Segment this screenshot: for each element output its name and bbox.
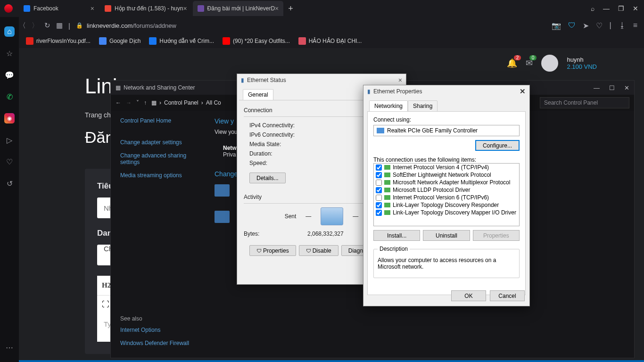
address-bar[interactable]: 🔒 linkneverdie.com/forums/addnew bbox=[76, 22, 546, 29]
list-item[interactable]: Microsoft Network Adapter Multiplexor Pr… bbox=[374, 179, 519, 186]
star-icon[interactable]: ☆ bbox=[4, 48, 15, 58]
maximize-icon[interactable]: ☐ bbox=[609, 84, 615, 91]
ok-button[interactable]: OK bbox=[451, 290, 486, 301]
fullscreen-icon[interactable]: ⛶ bbox=[102, 300, 109, 309]
bookmark-item[interactable]: Google Dịch bbox=[99, 37, 140, 45]
cp-breadcrumb[interactable]: ▦› Control Panel› All Co bbox=[151, 99, 221, 106]
more-icon[interactable]: ⋯ bbox=[4, 342, 15, 353]
configure-button[interactable]: Configure... bbox=[475, 140, 520, 151]
bookmark-item[interactable]: riverFlowsInYou.pdf... bbox=[26, 37, 91, 45]
minimize-icon[interactable]: ― bbox=[594, 84, 600, 91]
translate-icon bbox=[99, 37, 107, 45]
properties-button[interactable]: Properties bbox=[473, 230, 520, 241]
notifications-button[interactable]: 🔔2 bbox=[507, 58, 517, 68]
advanced-sharing-link[interactable]: Change advanced sharing settings bbox=[120, 152, 196, 165]
item-checkbox[interactable] bbox=[376, 180, 382, 186]
close-icon[interactable]: ✕ bbox=[520, 87, 526, 96]
bookmark-item[interactable]: (90) *20 Easy Outfits... bbox=[223, 37, 290, 45]
defender-firewall-link[interactable]: Windows Defender Firewall bbox=[120, 340, 196, 346]
search-icon[interactable]: ⌕ bbox=[591, 5, 594, 12]
tab-sharing[interactable]: Sharing bbox=[408, 100, 438, 112]
forward-icon[interactable]: 〉 bbox=[32, 21, 39, 30]
pdf-icon bbox=[26, 37, 33, 45]
messages-button[interactable]: ✉0 bbox=[526, 58, 533, 68]
minimize-icon[interactable]: ― bbox=[603, 5, 610, 12]
close-icon[interactable]: ✕ bbox=[624, 84, 629, 91]
username: huynh bbox=[567, 56, 597, 63]
details-button[interactable]: Details... bbox=[249, 173, 286, 183]
maximize-icon[interactable]: ❐ bbox=[618, 5, 624, 12]
item-checkbox[interactable] bbox=[376, 202, 382, 208]
internet-options-link[interactable]: Internet Options bbox=[120, 327, 196, 333]
item-label: Internet Protocol Version 6 (TCP/IPv6) bbox=[393, 194, 489, 201]
cp-search[interactable]: Search Control Panel bbox=[540, 97, 629, 108]
up-icon[interactable]: ↑ bbox=[144, 99, 147, 106]
tab-linkneverdie[interactable]: Đăng bài mới | LinkNeverD× bbox=[193, 1, 284, 16]
install-button[interactable]: Install... bbox=[373, 230, 420, 241]
url-path: /forums/addnew bbox=[132, 22, 176, 29]
history-icon[interactable]: ↺ bbox=[4, 178, 15, 189]
instagram-icon[interactable]: ◉ bbox=[4, 113, 15, 123]
play-icon[interactable]: ▷ bbox=[4, 135, 15, 145]
tab-networking[interactable]: Networking bbox=[369, 100, 408, 112]
adapter-settings-link[interactable]: Change adapter settings bbox=[120, 139, 196, 146]
whatsapp-icon[interactable]: ✆ bbox=[4, 91, 15, 102]
close-icon[interactable]: × bbox=[183, 5, 187, 12]
back-icon[interactable]: 〈 bbox=[19, 21, 26, 30]
bytes-label: Bytes: bbox=[244, 230, 259, 237]
item-checkbox[interactable] bbox=[376, 165, 382, 171]
messenger-icon[interactable]: 💬 bbox=[4, 70, 15, 80]
disable-button[interactable]: Disable bbox=[299, 245, 339, 256]
chevron-down-icon[interactable]: ˅ bbox=[136, 99, 139, 106]
menu-icon[interactable]: ≡ bbox=[633, 21, 637, 30]
tab-gmail[interactable]: Hộp thư đến (1.583) - huyn× bbox=[100, 1, 192, 16]
item-checkbox[interactable] bbox=[376, 210, 382, 216]
protocol-icon bbox=[384, 173, 390, 177]
home-icon[interactable]: ⌂ bbox=[4, 26, 15, 37]
close-icon[interactable]: × bbox=[398, 76, 402, 84]
ethernet-properties-window: ▮ Ethernet Properties ✕ Networking Shari… bbox=[363, 85, 530, 306]
ep-titlebar[interactable]: ▮ Ethernet Properties ✕ bbox=[363, 85, 529, 98]
item-label: Link-Layer Topology Discovery Mapper I/O… bbox=[393, 209, 516, 216]
tab-label: Đăng bài mới | LinkNeverD bbox=[207, 5, 275, 12]
tab-general[interactable]: General bbox=[243, 89, 273, 100]
shield-icon[interactable]: 🛡 bbox=[568, 21, 576, 30]
close-icon[interactable]: × bbox=[275, 5, 279, 12]
properties-button[interactable]: Properties bbox=[249, 245, 296, 256]
camera-icon[interactable]: 📷 bbox=[552, 21, 561, 30]
list-item[interactable]: Link-Layer Topology Discovery Responder bbox=[374, 201, 519, 209]
speed-dial-icon[interactable]: ▦ bbox=[56, 21, 63, 30]
media-streaming-link[interactable]: Media streaming options bbox=[120, 172, 196, 179]
new-tab-button[interactable]: + bbox=[284, 4, 297, 14]
network-icon: ▮ bbox=[367, 88, 371, 95]
heart-icon[interactable]: ♡ bbox=[596, 21, 603, 30]
forward-icon[interactable]: → bbox=[126, 99, 132, 106]
download-icon[interactable]: ⭳ bbox=[619, 21, 626, 30]
list-item[interactable]: Internet Protocol Version 6 (TCP/IPv6) bbox=[374, 194, 519, 201]
cp-icon: ▦ bbox=[116, 84, 121, 91]
heart-icon[interactable]: ♡ bbox=[4, 156, 15, 167]
back-icon[interactable]: ← bbox=[116, 99, 121, 106]
heading-button[interactable]: H2 bbox=[102, 281, 111, 289]
uninstall-button[interactable]: Uninstall bbox=[423, 230, 470, 241]
cancel-button[interactable]: Cancel bbox=[490, 290, 525, 301]
send-icon[interactable]: ➤ bbox=[583, 21, 589, 30]
list-item[interactable]: Microsoft LLDP Protocol Driver bbox=[374, 186, 519, 194]
reload-icon[interactable]: ↻ bbox=[44, 21, 50, 30]
item-checkbox[interactable] bbox=[376, 172, 382, 178]
close-icon[interactable]: × bbox=[91, 5, 94, 12]
protocol-icon bbox=[384, 165, 390, 170]
protocol-list[interactable]: Internet Protocol Version 4 (TCP/IPv4)So… bbox=[373, 163, 520, 226]
list-item[interactable]: Link-Layer Topology Discovery Mapper I/O… bbox=[374, 209, 519, 216]
item-checkbox[interactable] bbox=[376, 195, 382, 201]
close-window-icon[interactable]: ✕ bbox=[633, 5, 638, 12]
bookmark-item[interactable]: HẢO HẢO ĐẠI CHI... bbox=[298, 37, 362, 45]
list-item[interactable]: SoftEther Lightweight Network Protocol bbox=[374, 171, 519, 179]
avatar[interactable] bbox=[541, 55, 558, 72]
bookmark-item[interactable]: Hướng dẫn về Crim... bbox=[149, 37, 214, 45]
list-item[interactable]: Internet Protocol Version 4 (TCP/IPv4) bbox=[374, 164, 519, 171]
tab-facebook[interactable]: Facebook× bbox=[19, 1, 99, 16]
item-checkbox[interactable] bbox=[376, 187, 382, 193]
cp-home-link[interactable]: Control Panel Home bbox=[120, 117, 196, 124]
opera-logo[interactable] bbox=[4, 4, 13, 13]
